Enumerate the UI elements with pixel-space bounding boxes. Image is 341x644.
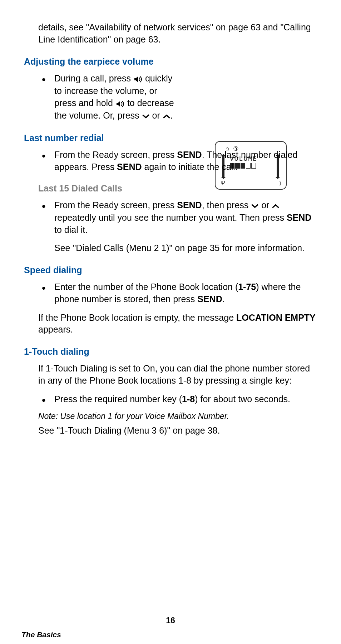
speed-para: If the Phone Book location is empty, the… (38, 312, 317, 336)
speaker-icon (115, 98, 125, 110)
speed-bullet: Enter the number of the Phone Book locat… (54, 281, 317, 305)
text: . (170, 110, 173, 120)
intro-paragraph: details, see "Availability of network se… (38, 21, 317, 46)
location-empty: LOCATION EMPTY (236, 313, 316, 323)
redial-bullet: From the Ready screen, press SEND. The l… (54, 149, 317, 173)
last15-bullet: From the Ready screen, press SEND, then … (54, 199, 317, 236)
speaker-icon (133, 73, 143, 85)
antenna-icon: Ψ (221, 180, 225, 186)
text: , then press (202, 200, 251, 210)
page-footer: 16 (0, 616, 341, 630)
section-speed-dialing: Speed dialing Enter the number of the Ph… (24, 265, 317, 336)
text: to dial it. (54, 225, 88, 235)
text: From the Ready screen, press (54, 150, 177, 160)
heading-volume: Adjusting the earpiece volume (24, 56, 317, 67)
text: or (259, 200, 272, 210)
send-key: SEND (197, 294, 222, 304)
touch-bullet: Press the required number key (1-8) for … (54, 393, 317, 405)
last15-extra: See "Dialed Calls (Menu 2 1)" on page 35… (24, 242, 317, 254)
battery-icon: ▯ (278, 180, 281, 186)
range: 1-8 (182, 394, 195, 404)
footer-section-title: The Basics (21, 630, 61, 639)
send-key: SEND (177, 150, 202, 160)
down-chevron-icon (142, 110, 150, 122)
text: . (222, 294, 225, 304)
text: From the Ready screen, press (54, 200, 177, 210)
up-chevron-icon (163, 110, 170, 122)
section-1touch: 1-Touch dialing If 1-Touch Dialing is se… (24, 346, 317, 436)
down-chevron-icon (251, 200, 259, 212)
text: appears. (38, 324, 73, 334)
volume-bullet: During a call, press quickly to increase… (54, 73, 174, 123)
text: again to initiate the call. (142, 162, 238, 172)
text: or (150, 110, 163, 120)
send-key: SEND (287, 213, 311, 223)
section-volume: Adjusting the earpiece volume During a c… (24, 56, 317, 123)
send-key: SEND (177, 200, 202, 210)
touch-para: If 1-Touch Dialing is set to On, you can… (38, 363, 317, 387)
text: During a call, press (54, 73, 133, 83)
up-chevron-icon (272, 200, 280, 212)
heading-speed: Speed dialing (24, 265, 317, 275)
text: Press the required number key ( (54, 394, 182, 404)
page-number: 16 (0, 616, 341, 625)
heading-1touch: 1-Touch dialing (24, 346, 317, 357)
text: Enter the number of the Phone Book locat… (54, 282, 238, 292)
send-key: SEND (117, 162, 142, 172)
text: repeatedly until you see the number you … (54, 213, 287, 223)
touch-note: Note: Use location 1 for your Voice Mail… (38, 411, 317, 421)
range: 1-75 (238, 282, 256, 292)
section-redial: Last number redial From the Ready screen… (24, 133, 317, 254)
text: If the Phone Book location is empty, the… (38, 313, 236, 323)
text: ) for about two seconds. (195, 394, 290, 404)
touch-after: See "1-Touch Dialing (Menu 3 6)" on page… (38, 425, 317, 436)
